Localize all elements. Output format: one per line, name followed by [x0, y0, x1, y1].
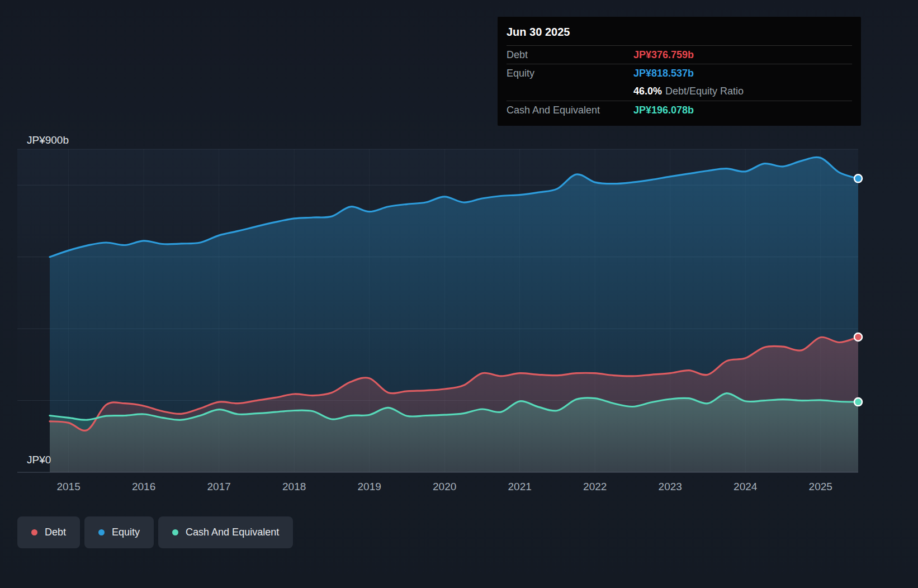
debt-equity-ratio-label: Debt/Equity Ratio	[665, 86, 744, 97]
cash-and-equivalent-end-dot	[854, 398, 862, 406]
equity-dot-icon	[98, 529, 105, 535]
x-axis-label-2022: 2022	[583, 481, 607, 493]
x-axis-label-2019: 2019	[358, 481, 381, 493]
debt-equity-chart-page: Jun 30 2025 Debt JP¥376.759b Equity JP¥8…	[0, 0, 918, 588]
y-axis-label-top: JP¥900b	[27, 134, 69, 146]
tooltip-row-ratio: 46.0%Debt/Equity Ratio	[507, 82, 852, 101]
legend: Debt Equity Cash And Equivalent	[17, 516, 293, 548]
tooltip-date: Jun 30 2025	[498, 17, 861, 45]
tooltip-row-cash: Cash And Equivalent JP¥196.078b	[507, 101, 852, 119]
x-axis-label-2015: 2015	[56, 481, 80, 493]
cash-dot-icon	[172, 529, 178, 535]
cash-label: Cash And Equivalent	[507, 105, 633, 116]
debt-label: Debt	[507, 49, 633, 61]
legend-item-debt[interactable]: Debt	[17, 516, 80, 548]
legend-label-equity: Equity	[112, 527, 140, 538]
tooltip-row-equity: Equity JP¥818.537b	[507, 64, 852, 82]
chart-tooltip: Jun 30 2025 Debt JP¥376.759b Equity JP¥8…	[498, 17, 861, 126]
debt-end-dot	[854, 333, 862, 341]
legend-item-cash[interactable]: Cash And Equivalent	[158, 516, 293, 548]
equity-value: JP¥818.537b	[633, 68, 852, 79]
legend-label-debt: Debt	[45, 527, 66, 538]
legend-item-equity[interactable]: Equity	[84, 516, 154, 548]
equity-label: Equity	[507, 68, 633, 79]
debt-dot-icon	[31, 529, 37, 535]
x-axis-label-2017: 2017	[207, 481, 231, 493]
x-axis: 2015201620172018201920202021202220232024…	[17, 481, 858, 494]
x-axis-label-2023: 2023	[659, 481, 682, 493]
debt-value: JP¥376.759b	[633, 49, 852, 61]
x-axis-label-2016: 2016	[132, 481, 155, 493]
x-axis-label-2018: 2018	[282, 481, 306, 493]
x-axis-label-2020: 2020	[433, 481, 456, 493]
x-axis-label-2024: 2024	[734, 481, 757, 493]
debt-equity-ratio-value: 46.0%	[633, 86, 662, 97]
cash-value: JP¥196.078b	[633, 105, 852, 116]
x-axis-label-2025: 2025	[809, 481, 832, 493]
timeseries-chart[interactable]	[17, 149, 858, 472]
equity-end-dot	[854, 174, 862, 182]
tooltip-row-debt: Debt JP¥376.759b	[507, 45, 852, 64]
legend-label-cash: Cash And Equivalent	[186, 527, 279, 538]
x-axis-label-2021: 2021	[508, 481, 532, 493]
